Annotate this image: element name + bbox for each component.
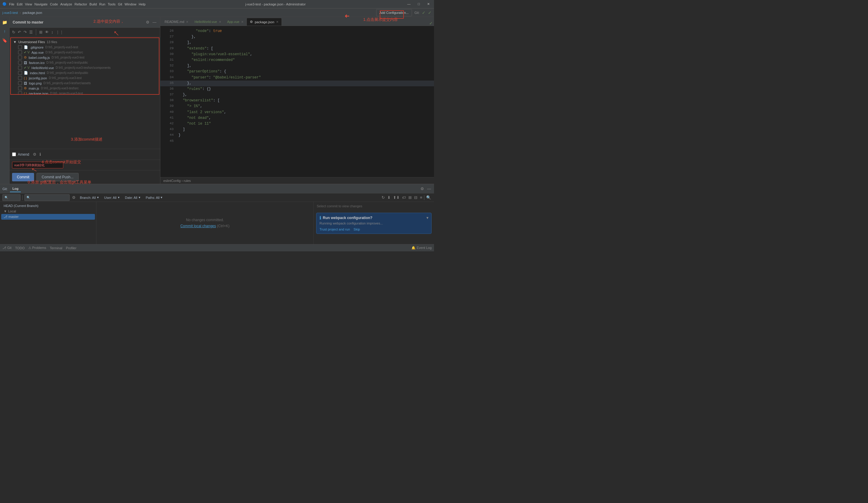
amend-checkbox[interactable] <box>12 152 16 156</box>
checkbox-helloworld[interactable] <box>18 66 22 70</box>
commit-local-changes-link[interactable]: Commit local changes <box>180 224 216 228</box>
more-button[interactable]: ⋮⋮ <box>55 29 64 35</box>
menu-analyze[interactable]: Analyze <box>60 2 72 6</box>
checkbox-favicon[interactable] <box>18 61 22 64</box>
menu-run[interactable]: Run <box>99 2 105 6</box>
collapse-icon[interactable]: ▾ <box>426 216 428 220</box>
close-button[interactable]: ✕ <box>425 1 432 7</box>
git-search-button[interactable]: 🔍 <box>426 195 432 200</box>
git-filter-button[interactable]: ⊟ <box>413 195 418 200</box>
menu-refactor[interactable]: Refactor <box>74 2 87 6</box>
git-close-button[interactable]: — <box>426 186 432 192</box>
event-log-button[interactable]: 🔔 Event Log <box>411 246 432 250</box>
unversioned-section[interactable]: ▼ Unversioned Files 13 files <box>11 39 159 45</box>
tab-appvue-close[interactable]: ✕ <box>241 20 244 23</box>
file-item-logo[interactable]: 🖼 logo.png D:\h5_project\j-vue3-test\src… <box>11 81 159 86</box>
git-status-tab[interactable]: ⎇ Git <box>2 246 11 250</box>
commit-settings-button[interactable]: ⚙ <box>145 19 150 25</box>
terminal-status-tab[interactable]: Terminal <box>50 246 62 250</box>
file-item-favicon[interactable]: 🖼 favicon.ico D:\h5_project\j-vue3-test\… <box>11 60 159 65</box>
user-filter[interactable]: User: All ▾ <box>103 195 122 200</box>
problems-status-tab[interactable]: ⚠ Problems <box>28 246 46 250</box>
menu-navigate[interactable]: Navigate <box>34 2 47 6</box>
git-refresh-button[interactable]: ↻ <box>381 195 385 200</box>
commit-message-input[interactable]: vue3学习样例初始化 <box>12 162 63 168</box>
sort-button[interactable]: ↕ <box>51 29 54 35</box>
code-content[interactable]: 26 "node": true 27 }, 28 ], 29 "extends"… <box>161 26 434 177</box>
tab-packagejson[interactable]: ⚙ package.json ✕ <box>247 18 282 26</box>
git-master-item[interactable]: ⎇ master <box>1 214 95 220</box>
add-configuration-button[interactable]: Add Configuration... <box>376 9 412 16</box>
checkbox-packagejson[interactable] <box>18 91 22 95</box>
file-item-jsconfig[interactable]: { } jsconfig.json D:\h5_project\j-vue3-t… <box>11 76 159 81</box>
git-fetch-button[interactable]: ⬇ <box>387 195 391 200</box>
menu-build[interactable]: Build <box>90 2 97 6</box>
commit-local-link[interactable]: Commit local changes (Ctrl+K) <box>180 224 229 228</box>
file-item-appvue[interactable]: ✔ V App.vue D:\h5_project\j-vue3-test\sr… <box>11 50 159 55</box>
trust-project-link[interactable]: Trust project and run <box>320 228 350 231</box>
refresh-button[interactable]: ↻ <box>11 29 16 35</box>
git-columns-button[interactable]: ≡ <box>419 195 423 200</box>
branch-filter[interactable]: Branch: All ▾ <box>78 195 101 200</box>
checklist-button[interactable]: ☰ <box>29 29 33 35</box>
checkbox-babel[interactable] <box>18 56 22 59</box>
menu-help[interactable]: Help <box>138 2 146 6</box>
file-breadcrumb[interactable]: package.json <box>23 11 42 14</box>
menu-file[interactable]: File <box>9 2 14 6</box>
todo-status-tab[interactable]: TODO <box>15 246 25 250</box>
groupby-button[interactable]: ⊞ <box>39 29 43 35</box>
profiler-status-tab[interactable]: Profiler <box>66 246 76 250</box>
file-item-mainjs[interactable]: ⚙ main.js D:\h5_project\j-vue3-test\src <box>11 86 159 91</box>
log-tab[interactable]: Log <box>10 185 21 192</box>
checkbox-index[interactable] <box>18 71 22 75</box>
undo-button[interactable]: ↶ <box>17 29 22 35</box>
checkbox-mainjs[interactable] <box>18 86 22 90</box>
project-icon[interactable]: 📁 <box>1 18 9 27</box>
menu-view[interactable]: View <box>25 2 32 6</box>
tab-readme[interactable]: README.md ✕ <box>162 18 192 26</box>
file-item-babel[interactable]: ⚙ babel.config.js D:\h5_project\j-vue3-t… <box>11 55 159 60</box>
file-item-helloworld[interactable]: ✔ V HelloWorld.vue D:\h5_project\j-vue3-… <box>11 65 159 70</box>
redo-button[interactable]: ↷ <box>23 29 28 35</box>
git-filter-settings[interactable]: ⚙ <box>71 195 76 200</box>
git-expand-button[interactable]: ⊞ <box>408 195 412 200</box>
checkbox-logo[interactable] <box>18 81 22 85</box>
git-local-section[interactable]: ▼ Local <box>1 209 95 214</box>
skip-link[interactable]: Skip <box>353 228 360 231</box>
tab-readme-close[interactable]: ✕ <box>186 20 188 23</box>
tab-helloworld-close[interactable]: ✕ <box>219 20 221 23</box>
file-item-gitignore[interactable]: 📄 .gitignore D:\h5_project\j-vue3-test <box>11 45 159 50</box>
git-push-button[interactable]: ⬆⬇ <box>392 195 400 200</box>
paths-filter[interactable]: Paths: All ▾ <box>144 195 165 200</box>
commit-and-push-button[interactable]: Commit and Push... <box>37 173 79 181</box>
menu-git[interactable]: Git <box>118 2 122 6</box>
git-settings-button[interactable]: ⚙ <box>420 186 425 192</box>
file-item-packagejson[interactable]: { } package.json D:\h5_project\j-vue3-te… <box>11 91 159 95</box>
checkbox-gitignore[interactable] <box>18 45 22 49</box>
menu-edit[interactable]: Edit <box>17 2 23 6</box>
commit-minimize-button[interactable]: — <box>152 19 157 25</box>
git-search-input2[interactable] <box>24 194 70 201</box>
menu-tools[interactable]: Tools <box>107 2 115 6</box>
date-filter[interactable]: Date: All ▾ <box>123 195 142 200</box>
tab-helloworld[interactable]: HelloWorld.vue ✕ <box>192 18 224 26</box>
tab-appvue[interactable]: App.vue ✕ <box>224 18 247 26</box>
eye-button[interactable]: 👁 <box>44 29 50 35</box>
checkbox-appvue[interactable] <box>18 50 22 54</box>
minimize-button[interactable]: — <box>405 1 412 7</box>
bookmarks-icon[interactable]: 🔖 <box>1 36 9 45</box>
amend-info-button[interactable]: ℹ <box>39 151 42 157</box>
commit-button[interactable]: Commit <box>12 173 34 181</box>
checkbox-jsconfig[interactable] <box>18 76 22 80</box>
project-breadcrumb[interactable]: j-vue3-test <box>2 11 18 14</box>
file-item-index[interactable]: 📄 index.html D:\h5_project\j-vue3-test\p… <box>11 70 159 76</box>
git-tag-button[interactable]: 🏷 <box>402 195 406 200</box>
menu-code[interactable]: Code <box>50 2 58 6</box>
commit-icon[interactable]: ↑ <box>1 27 9 36</box>
git-search-input[interactable] <box>2 194 21 201</box>
git-head-item[interactable]: HEAD (Current Branch) <box>1 203 95 209</box>
amend-settings-button[interactable]: ⚙ <box>32 151 37 157</box>
maximize-button[interactable]: □ <box>416 1 422 7</box>
tab-packagejson-close[interactable]: ✕ <box>276 20 278 23</box>
menu-window[interactable]: Window <box>124 2 136 6</box>
